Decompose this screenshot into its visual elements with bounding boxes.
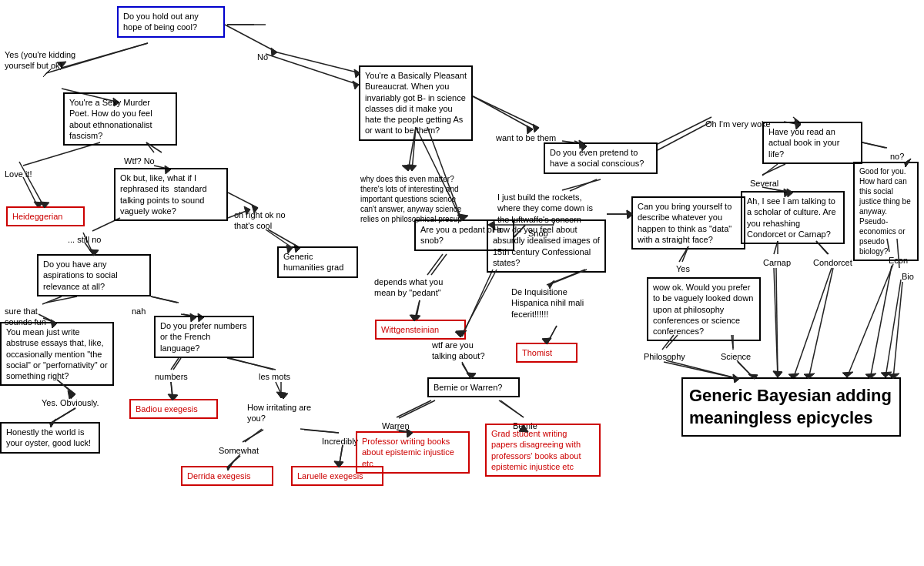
- svg-line-189: [499, 400, 524, 417]
- node-yes-kidding: Yes (you're kidding yourself but ok): [0, 46, 85, 75]
- svg-line-103: [277, 52, 360, 73]
- node-several: Several: [745, 175, 783, 192]
- svg-marker-63: [842, 372, 853, 377]
- svg-line-64: [886, 280, 901, 377]
- node-thomist: Thomist: [516, 343, 578, 363]
- node-how-irritating: How irritating are you?: [243, 399, 329, 427]
- svg-line-148: [862, 142, 886, 148]
- svg-line-184: [547, 326, 557, 344]
- svg-line-159: [870, 266, 892, 379]
- node-heideggerian: Heideggerian: [6, 206, 85, 226]
- node-bernie-warren: Bernie or Warren?: [427, 377, 520, 397]
- svg-line-89: [500, 400, 524, 417]
- node-econ: Econ: [884, 252, 912, 269]
- svg-line-50: [762, 164, 785, 175]
- svg-line-42: [473, 96, 539, 128]
- svg-marker-4: [353, 81, 359, 89]
- node-still-no: ... still no: [63, 231, 105, 248]
- node-good-for-you: Good for you. How hard can this social j…: [853, 162, 919, 261]
- node-love-it: Love it!: [0, 166, 36, 183]
- node-yes2: Yes: [671, 260, 695, 277]
- svg-marker-156: [773, 371, 782, 377]
- node-wtf-talking: wtf are you talking about?: [427, 337, 504, 365]
- node-honestly: Honestly the world is your oyster, good …: [0, 422, 100, 454]
- node-have-read: Have you read an actual book in your lif…: [762, 122, 862, 164]
- svg-marker-59: [773, 371, 782, 377]
- svg-line-84: [547, 326, 557, 344]
- svg-line-176: [414, 300, 420, 321]
- svg-line-161: [893, 282, 902, 379]
- node-wtf-no: Wtf? No: [119, 152, 159, 169]
- svg-line-147: [762, 164, 778, 176]
- node-no-main: No: [253, 49, 273, 65]
- svg-line-51: [862, 142, 887, 148]
- svg-marker-35: [276, 392, 286, 398]
- node-numbers: numbers: [150, 368, 192, 385]
- node-depends: depends what you mean by "pedant": [370, 273, 470, 302]
- node-ok-but: Ok but, like, what if I rephrased its st…: [114, 168, 228, 221]
- node-philosophy: Philosophy: [639, 348, 690, 365]
- node-aspirations: Do you have any aspirations to social re…: [37, 254, 151, 296]
- svg-line-132: [243, 430, 263, 442]
- node-oh-right: oh right ok no that's cool: [229, 206, 300, 235]
- node-science: Science: [716, 348, 755, 365]
- node-prefer-numbers: Do you prefer numbers or the French lang…: [154, 316, 254, 358]
- svg-marker-131: [279, 393, 288, 399]
- svg-line-36: [245, 429, 262, 442]
- svg-line-175: [427, 254, 443, 275]
- node-bio: Bio: [897, 268, 919, 285]
- node-yes-obviously: Yes. Obviously.: [37, 394, 104, 411]
- svg-line-62: [847, 264, 893, 377]
- svg-line-155: [776, 268, 778, 377]
- node-condorcet: Condorcet: [808, 254, 857, 271]
- node-generic-bayesian: Generic Bayesian adding meaningless epic…: [681, 377, 901, 437]
- svg-line-3: [266, 54, 359, 85]
- svg-marker-139: [407, 165, 417, 171]
- node-you-mean: You mean just write abstruse essays that…: [0, 322, 114, 386]
- node-somewhat: Somewhat: [214, 442, 263, 459]
- node-les-mots: les mots: [254, 368, 295, 385]
- node-prof-writing: Professor writing books about epistemic …: [356, 431, 470, 474]
- svg-line-76: [416, 300, 420, 321]
- node-derrida: Derrida exegesis: [181, 466, 273, 486]
- node-carnap: Carnap: [758, 254, 795, 271]
- svg-line-188: [399, 400, 435, 418]
- svg-marker-95: [402, 165, 413, 171]
- node-grad-writing: Grad student writing papers disagreeing …: [485, 424, 601, 477]
- node-generic-hum: Generic humanities grad: [277, 246, 358, 278]
- node-nah: nah: [127, 303, 150, 320]
- node-ah-i-see: Ah, I see I am talking to a scholar of c…: [741, 191, 845, 244]
- node-bureaucrat: You're a Basically Pleasant Bureaucrat. …: [359, 65, 473, 141]
- svg-line-58: [774, 268, 778, 377]
- svg-line-105: [473, 96, 533, 129]
- svg-line-75: [431, 254, 447, 275]
- svg-line-21: [151, 296, 177, 303]
- svg-line-117: [151, 296, 179, 303]
- svg-marker-65: [881, 372, 892, 377]
- node-start: Do you hold out any hope of being cool?: [117, 6, 225, 38]
- node-de-inquisitione: De Inquisitione Hispanica nihil mali fec…: [507, 283, 607, 323]
- svg-line-20: [46, 296, 77, 303]
- node-wow-ok: wow ok. Would you prefer to be vaguely l…: [647, 277, 761, 341]
- svg-line-186: [462, 363, 471, 379]
- svg-line-60: [793, 268, 832, 379]
- flowchart: Do you hold out any hope of being cool? …: [0, 0, 924, 566]
- svg-line-88: [397, 400, 431, 417]
- node-i-just-build: I just build the rockets, where they com…: [493, 189, 607, 228]
- node-sexy-murder: You're a Sexy Murder Poet. How do you fe…: [63, 92, 177, 146]
- svg-line-13: [228, 193, 258, 208]
- node-badiou: Badiou exegesis: [129, 399, 218, 419]
- node-can-you-bring: Can you bring yourself to describe whate…: [631, 196, 745, 250]
- svg-line-157: [808, 268, 833, 379]
- svg-line-7: [23, 142, 100, 166]
- node-social-conscious: Do you even pretend to have a social con…: [544, 142, 658, 174]
